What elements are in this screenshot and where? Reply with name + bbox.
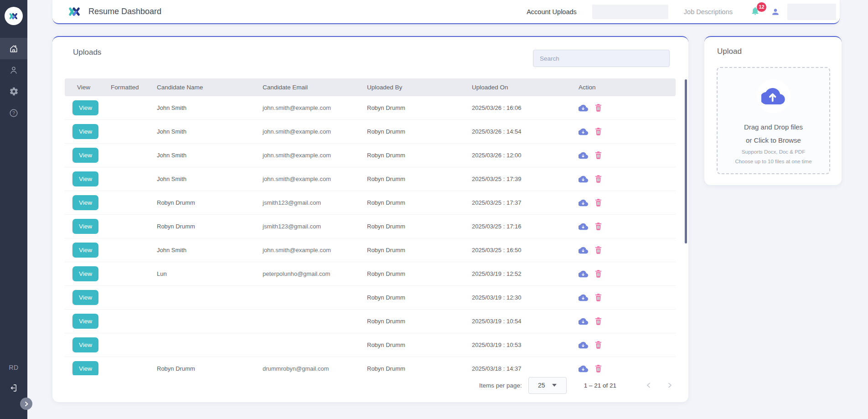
search-input[interactable] <box>533 50 670 67</box>
actions-cell <box>566 222 676 232</box>
candidate-name-cell: John Smith <box>145 128 250 135</box>
uploaded-by-cell: Robyn Drumm <box>355 199 460 206</box>
delete-button[interactable] <box>594 175 602 183</box>
nav-account-uploads[interactable]: Account Uploads <box>527 8 577 16</box>
delete-button[interactable] <box>594 222 602 231</box>
candidate-email-cell: peterpolunho@gmail.com <box>250 270 355 277</box>
delete-button[interactable] <box>594 198 602 207</box>
candidate-name-cell: John Smith <box>145 247 250 253</box>
view-button[interactable]: View <box>72 219 98 234</box>
notifications-button[interactable]: 12 <box>750 6 760 18</box>
delete-button[interactable] <box>594 364 602 373</box>
candidate-email-cell: john.smith@example.com <box>250 104 355 111</box>
dropzone-file-limit: Choose up to 10 files at one time <box>718 159 829 164</box>
sidebar-item-home[interactable] <box>0 38 27 59</box>
uploaded-on-cell: 2025/03/25 : 16:50 <box>460 247 566 253</box>
view-cell: View <box>65 148 98 163</box>
actions-cell <box>566 340 676 350</box>
download-button[interactable] <box>579 174 589 184</box>
uploaded-on-cell: 2025/03/19 : 10:53 <box>460 341 566 348</box>
sidebar: ? RD <box>0 0 27 419</box>
view-button[interactable]: View <box>72 361 98 375</box>
view-cell: View <box>65 171 98 186</box>
download-button[interactable] <box>579 340 589 350</box>
actions-cell <box>566 127 676 137</box>
uploaded-on-cell: 2025/03/19 : 12:52 <box>460 270 566 277</box>
sidebar-item-settings[interactable] <box>0 81 27 102</box>
actions-cell <box>566 269 676 279</box>
settings-icon <box>9 87 19 96</box>
uploaded-on-cell: 2025/03/25 : 17:39 <box>460 176 566 182</box>
table-body: View John Smith john.smith@example.com R… <box>65 96 676 375</box>
column-header-view: View <box>65 84 98 91</box>
delete-button[interactable] <box>594 151 602 160</box>
trash-icon <box>594 364 602 373</box>
logout-button[interactable] <box>0 383 27 393</box>
table-header: View Formatted Candidate Name Candidate … <box>65 78 676 96</box>
previous-page-button[interactable] <box>642 378 656 392</box>
trash-icon <box>594 317 602 326</box>
view-button[interactable]: View <box>72 148 98 163</box>
items-per-page-select[interactable]: 25 <box>528 377 567 394</box>
view-button[interactable]: View <box>72 337 98 352</box>
view-button[interactable]: View <box>72 195 98 210</box>
help-icon: ? <box>9 108 19 118</box>
actions-cell <box>566 174 676 184</box>
table-row: View Robyn Drumm jsmith123@gmail.com Rob… <box>65 215 676 238</box>
chevron-right-icon <box>24 401 29 407</box>
cloud-upload-icon <box>761 84 786 109</box>
uploads-table: View Formatted Candidate Name Candidate … <box>65 78 676 375</box>
candidate-email-cell: drummrobyn@gmail.com <box>250 365 355 372</box>
download-button[interactable] <box>579 269 589 279</box>
delete-button[interactable] <box>594 293 602 302</box>
file-dropzone[interactable]: Drag and Drop files or Click to Browse S… <box>717 67 830 174</box>
table-scrollbar[interactable] <box>685 79 687 243</box>
uploaded-by-cell: Robyn Drumm <box>355 318 460 325</box>
table-row: View Robyn Drumm 2025/03/19 : 12:30 <box>65 286 676 310</box>
view-button[interactable]: View <box>72 266 98 281</box>
candidate-email-cell: john.smith@example.com <box>250 247 355 253</box>
sidebar-item-help[interactable]: ? <box>0 102 27 124</box>
redacted-control[interactable] <box>592 5 668 19</box>
delete-button[interactable] <box>594 103 602 112</box>
delete-button[interactable] <box>594 317 602 326</box>
download-button[interactable] <box>579 364 589 374</box>
dropdown-arrow-icon <box>552 384 557 387</box>
candidate-name-cell: Robyn Drumm <box>145 365 250 372</box>
view-button[interactable]: View <box>72 290 98 305</box>
download-button[interactable] <box>579 316 589 326</box>
download-button[interactable] <box>579 150 589 160</box>
delete-button[interactable] <box>594 127 602 136</box>
delete-button[interactable] <box>594 246 602 254</box>
view-cell: View <box>65 100 98 115</box>
view-button[interactable]: View <box>72 100 98 115</box>
trash-icon <box>594 293 602 302</box>
cloud-download-icon <box>579 150 589 160</box>
candidate-email-cell: john.smith@example.com <box>250 176 355 182</box>
sidebar-expand-button[interactable] <box>20 398 32 410</box>
download-button[interactable] <box>579 103 589 113</box>
dropzone-line1: Drag and Drop files <box>718 123 829 131</box>
trash-icon <box>594 198 602 207</box>
download-button[interactable] <box>579 198 589 208</box>
uploaded-on-cell: 2025/03/18 : 14:37 <box>460 365 566 372</box>
next-page-button[interactable] <box>663 378 677 392</box>
download-button[interactable] <box>579 245 589 255</box>
view-button[interactable]: View <box>72 171 98 186</box>
table-row: View Robyn Drumm drummrobyn@gmail.com Ro… <box>65 357 676 375</box>
download-button[interactable] <box>579 127 589 137</box>
download-button[interactable] <box>579 222 589 232</box>
profile-button[interactable] <box>771 7 780 16</box>
download-button[interactable] <box>579 293 589 303</box>
nav-job-descriptions[interactable]: Job Descriptions <box>684 8 733 16</box>
sidebar-item-users[interactable] <box>0 59 27 81</box>
uploaded-by-cell: Robyn Drumm <box>355 365 460 372</box>
table-row: View Robyn Drumm jsmith123@gmail.com Rob… <box>65 191 676 215</box>
redacted-control[interactable] <box>787 4 836 20</box>
view-button[interactable]: View <box>72 243 98 258</box>
delete-button[interactable] <box>594 269 602 278</box>
view-button[interactable]: View <box>72 124 98 139</box>
view-button[interactable]: View <box>72 314 98 329</box>
delete-button[interactable] <box>594 341 602 349</box>
actions-cell <box>566 198 676 208</box>
